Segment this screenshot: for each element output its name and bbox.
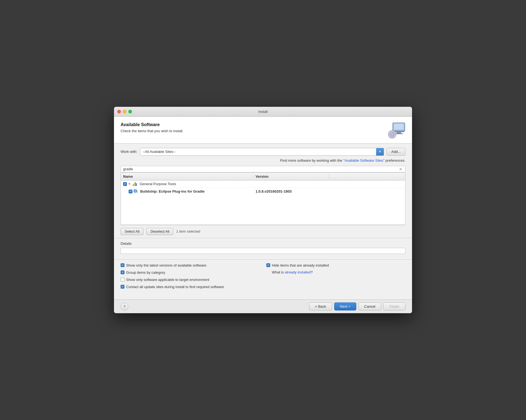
svg-rect-14	[135, 190, 136, 192]
option-item: Group items by category	[121, 270, 260, 275]
option-label-2: Hide items that are already installed	[272, 263, 329, 268]
titlebar: Install	[114, 107, 412, 117]
col-name-header: Name	[121, 174, 253, 179]
svg-rect-1	[394, 124, 404, 130]
page-subtitle: Check the items that you wish to install…	[121, 129, 184, 133]
options-right-col: Hide items that are already installed Wh…	[266, 263, 405, 292]
options-section: Show only the latest versions of availab…	[121, 260, 405, 295]
option-item: Hide items that are already installed	[266, 263, 405, 268]
option-item: Contact all update sites during install …	[121, 285, 260, 289]
header-icon	[388, 122, 405, 139]
option-label-1: Show only the latest versions of availab…	[126, 263, 206, 268]
details-label: Details	[121, 240, 405, 248]
what-is-prefix: What is	[272, 270, 285, 274]
find-more-row: Find more software by working with the "…	[121, 158, 405, 163]
available-software-sites-link[interactable]: "Available Software Sites"	[343, 158, 384, 163]
main-content: Work with: --All Available Sites-- ▼ Add…	[114, 143, 412, 300]
expand-icon[interactable]: ▼	[128, 182, 131, 185]
item-name-cell: Buildship: Eclipse Plug-ins for Gradle	[121, 188, 253, 195]
disc-icon	[388, 130, 397, 139]
option-checkbox-2[interactable]	[266, 263, 270, 267]
option-checkbox-4[interactable]	[121, 278, 124, 281]
close-button[interactable]	[117, 110, 121, 113]
sites-select[interactable]: --All Available Sites--	[140, 148, 384, 156]
table-row: Buildship: Eclipse Plug-ins for Gradle 1…	[121, 188, 405, 195]
select-buttons-row: Select All Deselect All 1 item selected	[121, 225, 405, 238]
deselect-all-button[interactable]: Deselect All	[146, 228, 173, 235]
selected-count: 1 item selected	[176, 229, 200, 233]
table-body: ▼ General Purpose Tools	[121, 180, 405, 225]
finish-button: Finish	[383, 302, 405, 310]
traffic-lights	[117, 110, 132, 113]
footer-left: ?	[121, 303, 128, 310]
option-checkbox-5[interactable]	[121, 285, 124, 289]
find-more-suffix: preferences.	[384, 158, 405, 163]
options-left-col: Show only the latest versions of availab…	[121, 263, 260, 292]
svg-rect-3	[397, 132, 401, 133]
next-button[interactable]: Next >	[334, 302, 356, 310]
add-button[interactable]: Add...	[387, 148, 405, 156]
item-checkbox[interactable]	[129, 190, 132, 193]
category-name-cell: ▼ General Purpose Tools	[121, 180, 253, 188]
item-extra-cell	[329, 190, 405, 193]
category-checkbox[interactable]	[123, 182, 127, 186]
item-version-cell: 1.0.8.v20160201-1803	[253, 188, 329, 195]
category-name: General Purpose Tools	[140, 182, 176, 186]
back-button[interactable]: < Back	[309, 302, 332, 310]
window-title: Install	[258, 110, 268, 114]
col-extra-header	[329, 174, 405, 179]
option-label-3: Group items by category	[126, 270, 165, 275]
table-header: Name Version	[121, 173, 405, 180]
category-version-cell	[253, 183, 329, 185]
option-checkbox-3[interactable]	[121, 270, 124, 274]
header-text: Available Software Check the items that …	[121, 122, 184, 133]
svg-rect-9	[133, 184, 134, 186]
what-is-row: What is already installed?	[272, 270, 405, 274]
svg-rect-11	[135, 182, 136, 186]
option-item: Show only the latest versions of availab…	[121, 263, 260, 268]
svg-rect-16	[136, 192, 138, 192]
sites-select-wrapper: --All Available Sites-- ▼	[140, 148, 384, 156]
search-input[interactable]	[123, 167, 399, 171]
option-label-4: Show only software applicable to target …	[126, 277, 209, 282]
svg-point-7	[391, 134, 393, 135]
header-section: Available Software Check the items that …	[114, 117, 412, 143]
work-with-row: Work with: --All Available Sites-- ▼ Add…	[121, 148, 405, 156]
item-name: Buildship: Eclipse Plug-ins for Gradle	[140, 189, 204, 193]
find-more-text: Find more software by working with the	[280, 158, 343, 163]
cancel-button[interactable]: Cancel	[358, 302, 381, 310]
what-is-suffix: ?	[311, 270, 313, 274]
software-table: Name Version ▼	[121, 172, 405, 225]
svg-rect-12	[136, 183, 137, 186]
footer: ? < Back Next > Cancel Finish	[114, 299, 412, 313]
details-section: Details	[121, 238, 405, 259]
category-icon	[132, 182, 137, 186]
already-installed-link[interactable]: already installed	[285, 270, 311, 274]
svg-rect-15	[136, 191, 138, 191]
plugin-icon	[134, 189, 138, 194]
minimize-button[interactable]	[123, 110, 126, 113]
page-title: Available Software	[121, 122, 184, 127]
main-window: Install Available Software Check the ite…	[114, 107, 412, 313]
category-extra-cell	[329, 183, 405, 185]
table-row: ▼ General Purpose Tools	[121, 180, 405, 188]
help-button[interactable]: ?	[121, 303, 128, 310]
select-all-button[interactable]: Select All	[121, 228, 144, 235]
svg-rect-10	[134, 183, 135, 186]
clear-icon[interactable]: ✕	[399, 167, 403, 171]
col-version-header: Version	[253, 174, 329, 179]
option-label-5: Contact all update sites during install …	[126, 285, 224, 289]
search-bar: ✕	[121, 166, 405, 172]
footer-buttons: < Back Next > Cancel Finish	[309, 302, 405, 310]
option-item: Show only software applicable to target …	[121, 277, 260, 282]
option-checkbox-1[interactable]	[121, 263, 124, 267]
details-progress-bar	[121, 248, 405, 254]
maximize-button[interactable]	[128, 110, 132, 113]
options-grid: Show only the latest versions of availab…	[121, 263, 405, 292]
work-with-label: Work with:	[121, 150, 137, 154]
